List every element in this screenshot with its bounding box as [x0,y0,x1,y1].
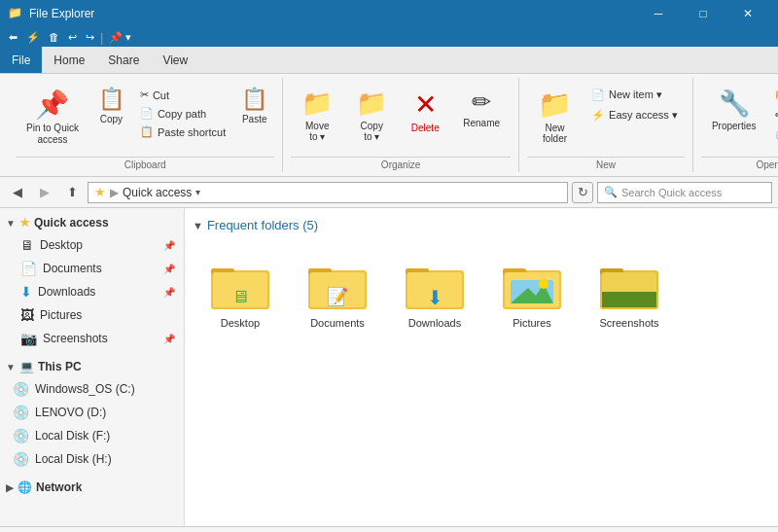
newfolder-icon: 📁 [538,89,572,121]
properties-label: Properties [712,121,757,131]
moveto-label: Moveto ▾ [305,121,329,142]
delete-icon: ✕ [414,89,437,121]
sidebar-drive-f[interactable]: 💿 Local Disk (F:) [0,424,184,447]
address-box[interactable]: ★ ▶ Quick access ▾ [88,182,568,203]
rename-button[interactable]: ✏ Rename [452,82,511,135]
newitem-icon: 📄 [591,89,605,101]
delete-label: Delete [411,123,440,133]
pin-to-quickaccess-button[interactable]: 📌 Pin to Quickaccess [16,82,89,153]
easyaccess-label: Easy access ▾ [609,109,678,122]
desktop-icon: 🖥 [20,237,34,253]
properties-button[interactable]: 🔧 Properties [701,82,767,138]
edit-button[interactable]: ✏ Edit [768,106,778,124]
close-button[interactable]: ✕ [725,0,770,27]
minimize-button[interactable]: ─ [636,0,681,27]
paste-icon: 📋 [241,87,267,112]
paste-shortcut-button[interactable]: 📋 Paste shortcut [133,123,232,141]
sidebar-item-documents[interactable]: 📄 Documents 📌 [0,257,184,280]
easy-access-button[interactable]: ⚡ Easy access ▾ [584,106,685,124]
sidebar-item-downloads[interactable]: ⬇ Downloads 📌 [0,280,184,303]
sidebar-item-pictures[interactable]: 🖼 Pictures [0,303,184,327]
desktop-pin-icon: 📌 [163,240,175,251]
paste-button[interactable]: 📋 Paste [234,82,274,129]
new-item-button[interactable]: 📄 New item ▾ [584,86,685,104]
sidebar-item-screenshots[interactable]: 📷 Screenshots 📌 [0,327,184,350]
quick-access-header[interactable]: ▼ ★ Quick access [0,212,184,233]
copy-button[interactable]: 📋 Copy [91,82,131,129]
qa-back[interactable]: ⬅ [6,31,20,44]
ribbon-organize-group: 📁 Moveto ▾ 📁 Copyto ▾ ✕ Delete ✏ Rename … [283,78,519,172]
forward-button[interactable]: ▶ [33,181,56,204]
folder-pictures-icon-container [501,259,563,313]
drive-d-label: LENOVO (D:) [35,406,106,419]
this-pc-label: This PC [38,360,82,373]
folder-pictures[interactable]: Pictures [488,250,576,337]
documents-pin-icon: 📌 [163,264,175,274]
documents-icon: 📄 [20,261,37,276]
qa-undo[interactable]: ↩ [65,31,80,44]
qa-redo[interactable]: ↪ [83,31,97,44]
refresh-button[interactable]: ↻ [572,182,593,203]
ribbon: 📌 Pin to Quickaccess 📋 Copy ✂ Cut [0,74,778,177]
title-bar: 📁 File Explorer ─ □ ✕ [0,0,778,27]
pin-icon: 📌 [35,89,69,121]
folder-downloads-label: Downloads [408,317,461,329]
address-dropdown-icon: ▾ [195,187,200,197]
desktop-label: Desktop [40,238,83,252]
folder-documents-label: Documents [310,317,365,329]
back-button[interactable]: ◀ [6,181,29,204]
copy-to-button[interactable]: 📁 Copyto ▾ [345,82,398,149]
search-box[interactable]: 🔍 Search Quick access [597,182,772,203]
screenshots-icon: 📷 [20,331,37,346]
history-button[interactable]: 🕐 History [768,126,778,145]
this-pc-header[interactable]: ▼ 💻 This PC [0,356,184,377]
cut-icon: ✂ [140,89,149,101]
documents-label: Documents [43,262,102,275]
move-to-button[interactable]: 📁 Moveto ▾ [291,82,343,149]
newitem-label: New item ▾ [609,89,662,101]
address-bar: ◀ ▶ ⬆ ★ ▶ Quick access ▾ ↻ 🔍 Search Quic… [0,177,778,208]
paste-label: Paste [242,114,267,124]
network-header[interactable]: ▶ 🌐 Network [0,477,184,498]
cut-label: Cut [153,89,169,101]
menu-view[interactable]: View [151,47,199,73]
downloads-label: Downloads [38,285,95,299]
sidebar-drive-d[interactable]: 💿 LENOVO (D:) [0,401,184,424]
quickaccess-chevron-icon: ▼ [6,218,16,229]
network-chevron-icon: ▶ [6,482,14,493]
copy-path-button[interactable]: 📄 Copy path [133,104,232,123]
cut-button[interactable]: ✂ Cut [133,86,232,104]
screenshots-pin-icon: 📌 [163,334,175,344]
svg-rect-18 [602,292,656,307]
sidebar-drive-h[interactable]: 💿 Local Disk (H:) [0,447,184,471]
new-folder-button[interactable]: 📁 Newfolder [527,82,583,151]
ribbon-organize-buttons: 📁 Moveto ▾ 📁 Copyto ▾ ✕ Delete ✏ Rename [291,78,511,157]
folder-documents[interactable]: 📝 Documents [294,250,381,337]
pasteshortcut-icon: 📋 [140,125,154,138]
maximize-button[interactable]: □ [681,0,725,27]
sidebar-item-desktop[interactable]: 🖥 Desktop 📌 [0,233,184,257]
downloads-overlay-icon: ⬇ [427,286,443,309]
menu-file[interactable]: File [0,47,42,73]
network-label: Network [36,480,82,494]
delete-button[interactable]: ✕ Delete [400,82,450,140]
folder-desktop[interactable]: 🖥 Desktop [196,250,284,337]
folder-grid: 🖥 Desktop 📝 Documents [193,246,770,341]
properties-icon: 🔧 [719,89,750,119]
folder-downloads[interactable]: ⬇ Downloads [391,250,478,337]
qa-pin[interactable]: 📌 ▾ [106,31,134,44]
qa-properties[interactable]: ⚡ [23,31,43,44]
menu-bar: File Home Share View [0,47,778,74]
qa-delete[interactable]: 🗑 [46,31,62,43]
menu-home[interactable]: Home [42,47,96,73]
clipboard-label: Clipboard [16,157,274,172]
folder-screenshots[interactable]: Screenshots [585,250,673,337]
sidebar-drive-c[interactable]: 💿 Windows8_OS (C:) [0,377,184,401]
moveto-icon: 📁 [301,89,333,119]
copyto-label: Copyto ▾ [361,121,383,142]
open-button[interactable]: 📂 Open ▾ [768,86,778,104]
menu-share[interactable]: Share [96,47,151,73]
folder-screenshots-svg [598,261,660,311]
pictures-label: Pictures [40,308,82,322]
up-button[interactable]: ⬆ [60,181,84,204]
